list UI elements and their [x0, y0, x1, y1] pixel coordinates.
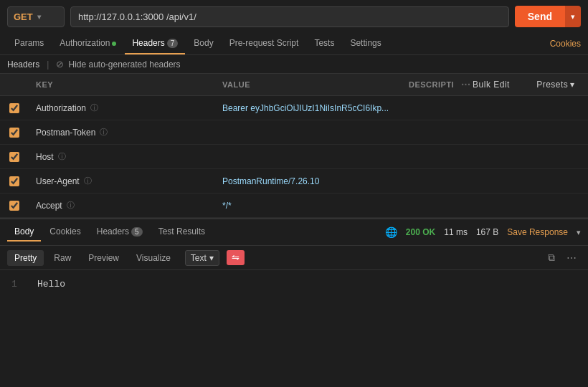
- info-icon[interactable]: ⓘ: [67, 200, 75, 211]
- table-row: User-Agent ⓘ PostmanRuntime/7.26.10: [0, 169, 588, 194]
- send-btn-group: Send ▾: [515, 6, 581, 27]
- row-dots: [459, 201, 523, 210]
- row-checkbox[interactable]: [9, 128, 19, 138]
- row-checkbox-cell: [0, 152, 29, 162]
- row-description: [402, 153, 459, 161]
- headers-table: Authorization ⓘ Bearer eyJhbGciOiJIUzI1N…: [0, 96, 588, 218]
- row-description: [402, 201, 459, 210]
- row-actions: [523, 128, 588, 137]
- line-number: 1: [11, 279, 26, 290]
- tab-prerequest[interactable]: Pre-request Script: [222, 33, 306, 54]
- row-description: [402, 177, 459, 186]
- row-actions: [523, 104, 588, 113]
- body-tab-raw[interactable]: Raw: [47, 250, 78, 266]
- tab-settings[interactable]: Settings: [343, 33, 388, 54]
- row-checkbox-cell: [0, 128, 29, 138]
- row-value: [215, 128, 402, 137]
- save-response-btn[interactable]: Save Response: [507, 227, 568, 237]
- row-actions: [523, 177, 588, 186]
- format-icon-btn[interactable]: ⇋: [227, 250, 245, 265]
- row-dots: [459, 128, 523, 137]
- row-value: */*: [215, 196, 402, 215]
- body-tab-pretty[interactable]: Pretty: [7, 250, 44, 266]
- method-label: GET: [14, 11, 34, 22]
- auth-dot: [112, 42, 116, 46]
- row-key: User-Agent ⓘ: [29, 171, 215, 191]
- response-time: 11 ms: [444, 227, 468, 237]
- top-bar: GET ▾ Send ▾: [0, 0, 588, 33]
- format-icon: ⇋: [232, 252, 240, 263]
- tab-body[interactable]: Body: [186, 33, 220, 54]
- row-checkbox[interactable]: [9, 201, 19, 211]
- col-value-header: VALUE: [215, 80, 402, 89]
- headers-label: Headers: [7, 59, 39, 70]
- row-dots: [459, 153, 523, 161]
- row-checkbox[interactable]: [9, 103, 19, 113]
- resp-headers-badge: 5: [131, 227, 143, 236]
- table-row: Accept ⓘ */*: [0, 194, 588, 218]
- row-actions: [523, 153, 588, 161]
- row-checkbox[interactable]: [9, 152, 19, 162]
- tab-headers[interactable]: Headers7: [125, 33, 185, 54]
- headers-badge: 7: [167, 39, 179, 48]
- send-dropdown-button[interactable]: ▾: [565, 6, 581, 27]
- code-content: Hello: [37, 279, 65, 290]
- response-meta: 🌐 200 OK 11 ms 167 B Save Response ▾: [385, 226, 581, 238]
- resp-tab-test-results[interactable]: Test Results: [151, 223, 212, 242]
- method-select[interactable]: GET ▾: [7, 6, 65, 27]
- status-badge: 200 OK: [406, 227, 435, 237]
- send-button[interactable]: Send: [515, 6, 565, 27]
- request-tabs: Params Authorization Headers7 Body Pre-r…: [0, 33, 588, 55]
- extra-btn[interactable]: ⋯: [562, 250, 581, 266]
- row-value: Bearer eyJhbGciOiJIUzI1NiIsInR5cCI6Ikp..…: [215, 99, 402, 118]
- row-dots: [459, 177, 523, 186]
- response-bar: Body Cookies Headers5 Test Results 🌐 200…: [0, 218, 588, 246]
- presets-btn[interactable]: Presets ▾: [523, 80, 588, 90]
- hide-icon: ⊘: [56, 59, 64, 70]
- cookies-link[interactable]: Cookies: [550, 39, 581, 49]
- tab-params[interactable]: Params: [7, 33, 51, 54]
- bulk-edit-btn[interactable]: Bulk Edit: [459, 80, 523, 90]
- info-icon[interactable]: ⓘ: [100, 127, 108, 138]
- resp-tab-headers[interactable]: Headers5: [90, 223, 150, 242]
- col-key-header: KEY: [29, 80, 215, 89]
- tab-authorization[interactable]: Authorization: [52, 33, 123, 54]
- row-checkbox-cell: [0, 103, 29, 113]
- body-tab-preview[interactable]: Preview: [81, 250, 126, 266]
- save-response-dropdown[interactable]: ▾: [577, 228, 581, 237]
- resp-tab-body[interactable]: Body: [7, 223, 41, 242]
- row-description: [402, 104, 459, 113]
- format-select[interactable]: Text ▾: [185, 250, 219, 266]
- body-tabs: Pretty Raw Preview Visualize Text ▾ ⇋ ⧉ …: [0, 246, 588, 270]
- headers-subbar: Headers | ⊘ Hide auto-generated headers: [0, 55, 588, 74]
- presets-chevron-icon: ▾: [570, 80, 575, 90]
- col-desc-header: DESCRIPTI ···: [402, 77, 459, 92]
- copy-btn[interactable]: ⧉: [544, 249, 559, 266]
- method-chevron-icon: ▾: [37, 13, 58, 21]
- code-area: 1 Hello: [0, 270, 588, 298]
- table-row: Authorization ⓘ Bearer eyJhbGciOiJIUzI1N…: [0, 96, 588, 120]
- row-checkbox-cell: [0, 176, 29, 186]
- row-checkbox[interactable]: [9, 176, 19, 186]
- info-icon[interactable]: ⓘ: [58, 151, 66, 162]
- row-description: [402, 128, 459, 137]
- row-key: Postman-Token ⓘ: [29, 123, 215, 142]
- table-row: Postman-Token ⓘ: [0, 120, 588, 145]
- table-row: Host ⓘ: [0, 145, 588, 169]
- row-actions: [523, 201, 588, 210]
- globe-icon: 🌐: [385, 226, 397, 238]
- info-icon[interactable]: ⓘ: [84, 176, 92, 186]
- body-tab-visualize[interactable]: Visualize: [129, 250, 178, 266]
- row-dots: [459, 104, 523, 113]
- url-input[interactable]: [70, 6, 509, 27]
- row-key: Authorization ⓘ: [29, 98, 215, 118]
- response-size: 167 B: [476, 227, 498, 237]
- row-key: Host ⓘ: [29, 147, 215, 166]
- row-value: PostmanRuntime/7.26.10: [215, 172, 402, 191]
- hide-auto-headers-link[interactable]: Hide auto-generated headers: [68, 59, 180, 70]
- tab-tests[interactable]: Tests: [307, 33, 341, 54]
- row-key: Accept ⓘ: [29, 196, 215, 215]
- row-value: [215, 153, 402, 161]
- resp-tab-cookies[interactable]: Cookies: [42, 223, 87, 242]
- info-icon[interactable]: ⓘ: [90, 102, 98, 113]
